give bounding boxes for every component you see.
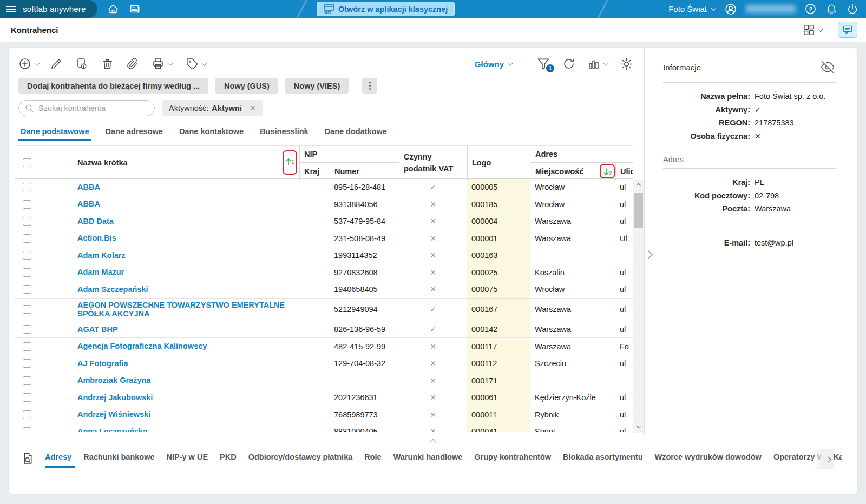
table-row[interactable]: AGAT BHP826-136-96-59✓000142Warszawaul xyxy=(15,321,633,339)
contractor-link[interactable]: ABBA xyxy=(74,181,106,194)
contractor-link[interactable]: Anna Leszczyńska xyxy=(74,425,153,432)
column-header-vat[interactable]: Czynnypodatnik VAT xyxy=(399,146,467,180)
row-checkbox[interactable] xyxy=(23,251,31,260)
column-header-miejscowosc[interactable]: Miejscowość 2 xyxy=(530,163,615,180)
row-checkbox[interactable] xyxy=(23,427,31,432)
column-header-name[interactable]: Nazwa krótka 1 xyxy=(74,146,299,180)
row-checkbox[interactable] xyxy=(23,410,31,419)
table-row[interactable]: Ambroziak Grażyna✕000171 xyxy=(15,372,633,389)
contractor-link[interactable]: ABD Data xyxy=(74,215,119,228)
table-row[interactable]: Agencja Fotograficzna Kalinowscy482-415-… xyxy=(15,338,633,355)
chart-button[interactable] xyxy=(587,57,608,70)
table-row[interactable]: Andrzej Jakubowski2021236631✕000061Kędzi… xyxy=(15,389,633,407)
row-checkbox[interactable] xyxy=(23,217,31,226)
row-checkbox[interactable] xyxy=(23,325,31,334)
chevron-down-icon[interactable] xyxy=(35,61,40,66)
action-button-nowy-vies[interactable]: Nowy (VIES) xyxy=(285,78,349,94)
bottom-tab-odbiorcy-dostawcy-p-atnika[interactable]: Odbiorcy/dostawcy płatnika xyxy=(248,449,353,468)
print-button[interactable] xyxy=(152,57,172,70)
refresh-button[interactable] xyxy=(562,57,575,70)
row-checkbox[interactable] xyxy=(23,342,31,351)
layout-switcher-button[interactable] xyxy=(803,24,822,36)
chevron-down-icon[interactable] xyxy=(168,61,173,66)
hide-panel-eye-off-icon[interactable] xyxy=(821,60,835,74)
bottom-tab-adresy[interactable]: Adresy xyxy=(45,449,71,468)
remove-filter-icon[interactable]: ✕ xyxy=(250,104,256,112)
table-row[interactable]: Adam Szczepański1940658405✕000075Wrocław… xyxy=(15,281,633,299)
hamburger-menu-icon[interactable] xyxy=(6,6,16,12)
company-selector[interactable]: Foto Świat xyxy=(668,4,716,14)
contractor-link[interactable]: Andrzej Wiśniewski xyxy=(74,408,156,421)
bottom-tab-nip-y-w-ue[interactable]: NIP-y w UE xyxy=(167,449,208,468)
row-checkbox[interactable] xyxy=(23,200,31,209)
table-row[interactable]: ABBA895-16-28-481✓000005Wrocławul xyxy=(15,179,633,196)
table-row[interactable]: Anna Leszczyńska8881000405✕000041Sopotul xyxy=(15,423,633,432)
tags-button[interactable] xyxy=(186,58,206,70)
bottom-tab-blokada-asortymentu[interactable]: Blokada asortymentu xyxy=(563,449,642,468)
contractor-link[interactable]: Agencja Fotograficzna Kalinowscy xyxy=(74,340,212,353)
user-account-icon[interactable] xyxy=(724,3,737,16)
column-header-kraj[interactable]: Kraj xyxy=(299,163,330,180)
bottom-tab-wzorce-wydruk-w-dowod-w[interactable]: Wzorce wydruków dowodów xyxy=(655,449,762,468)
vertical-scrollbar[interactable] xyxy=(633,180,644,433)
table-row[interactable]: Action.Bis231-508-08-49✕000001WarszawaUl xyxy=(15,230,633,248)
row-checkbox[interactable] xyxy=(23,234,31,243)
tab-dane-dodatkowe[interactable]: Dane dodatkowe xyxy=(325,127,387,141)
news-icon[interactable] xyxy=(129,3,141,15)
column-header-ulica[interactable]: Ulica xyxy=(615,163,633,180)
document-search-icon[interactable] xyxy=(22,452,35,465)
row-checkbox[interactable] xyxy=(23,268,31,277)
bottom-tab-grupy-kontrahent-w[interactable]: Grupy kontrahentów xyxy=(474,449,551,468)
bottom-tab-rachunki-bankowe[interactable]: Rachunki bankowe xyxy=(83,449,154,468)
tab-dane-podstawowe[interactable]: Dane podstawowe xyxy=(21,127,89,141)
delete-trash-button[interactable] xyxy=(101,58,114,70)
contractor-link[interactable]: Action.Bis xyxy=(74,231,122,245)
settings-gear-button[interactable] xyxy=(620,57,633,71)
row-checkbox[interactable] xyxy=(23,376,31,385)
contractor-link[interactable]: Adam Szczepański xyxy=(74,283,154,296)
table-row[interactable]: Andrzej Wiśniewski7685989773✕000011Rybni… xyxy=(15,406,633,423)
filter-button[interactable]: 1 xyxy=(536,57,550,71)
notifications-bell-icon[interactable] xyxy=(825,3,838,15)
filter-chip-activity[interactable]: Aktywność: Aktywni ✕ xyxy=(162,100,263,116)
table-row[interactable]: AEGON POWSZECHNE TOWARZYSTWO EMERYTALNE … xyxy=(15,299,633,321)
contractor-link[interactable]: Andrzej Jakubowski xyxy=(74,391,158,404)
search-input[interactable] xyxy=(18,100,155,116)
bottom-tab-warunki-handlowe[interactable]: Warunki handlowe xyxy=(393,449,463,468)
add-button[interactable] xyxy=(18,57,39,70)
more-actions-kebab-button[interactable] xyxy=(362,78,377,94)
attachment-paperclip-button[interactable] xyxy=(127,58,139,70)
open-classic-app-button[interactable]: WPF Otwórz w aplikacji klasycznej xyxy=(317,2,455,16)
scroll-down-icon[interactable] xyxy=(633,422,644,432)
tab-businesslink[interactable]: Businesslink xyxy=(260,127,308,141)
table-row[interactable]: ABD Data537-479-95-84✕000004Warszawaul xyxy=(15,213,633,230)
contractor-link[interactable]: AJ Fotografia xyxy=(74,357,133,370)
column-header-logo[interactable]: Logo xyxy=(467,146,530,180)
chevron-down-icon[interactable] xyxy=(603,61,609,66)
row-checkbox[interactable] xyxy=(23,393,31,402)
contractor-link[interactable]: Adam Kolarz xyxy=(74,249,131,262)
tab-dane-kontaktowe[interactable]: Dane kontaktowe xyxy=(179,127,244,141)
action-button-dodaj-kontrahenta-do-bie-cej-firmy-wed-ug[interactable]: Dodaj kontrahenta do bieżącej firmy wedł… xyxy=(18,78,208,94)
bottom-tab-pkd[interactable]: PKD xyxy=(220,449,237,468)
contractor-link[interactable]: AGAT BHP xyxy=(74,323,123,336)
table-row[interactable]: ABBA9313884056✕000185Wrocławul xyxy=(15,196,633,214)
row-checkbox[interactable] xyxy=(23,183,31,191)
help-icon[interactable]: ? xyxy=(804,3,817,15)
bottom-tabs-scroll-right[interactable] xyxy=(813,449,834,469)
scroll-up-icon[interactable] xyxy=(633,181,644,190)
table-row[interactable]: Adam Kolarz1993114352✕000163 xyxy=(15,247,633,264)
bottom-tab-role[interactable]: Role xyxy=(364,449,381,468)
logout-power-icon[interactable] xyxy=(847,3,858,15)
table-row[interactable]: Adam Mazur9270832608✕000025Koszalinul xyxy=(15,264,633,282)
row-checkbox[interactable] xyxy=(23,285,31,294)
collapse-up-chevron[interactable] xyxy=(431,437,436,447)
action-button-nowy-gus[interactable]: Nowy (GUS) xyxy=(215,78,278,94)
chevron-down-icon[interactable] xyxy=(202,61,207,66)
row-checkbox[interactable] xyxy=(23,305,31,314)
contractor-link[interactable]: Ambroziak Grażyna xyxy=(74,374,156,387)
home-icon[interactable] xyxy=(107,3,119,15)
view-selector[interactable]: Główny xyxy=(475,59,512,69)
copy-with-info-button[interactable] xyxy=(75,57,88,70)
contractor-link[interactable]: ABBA xyxy=(74,197,106,211)
